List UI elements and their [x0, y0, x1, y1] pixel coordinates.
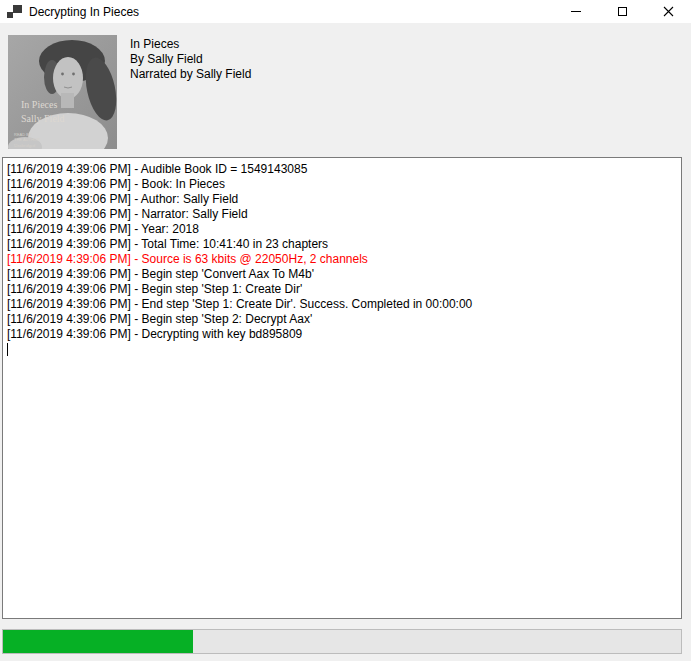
minimize-icon [571, 11, 581, 12]
cover-author-text: Sally Field [21, 113, 65, 124]
caret-line [7, 342, 678, 357]
app-icon [7, 4, 22, 19]
log-line: [11/6/2019 4:39:06 PM] - Decrypting with… [7, 327, 678, 342]
cover-edition-text: Unabridged [14, 143, 36, 148]
log-line: [11/6/2019 4:39:06 PM] - Total Time: 10:… [7, 237, 678, 252]
log-line: [11/6/2019 4:39:06 PM] - Source is 63 kb… [7, 252, 678, 267]
log-textbox[interactable]: [11/6/2019 4:39:06 PM] - Audible Book ID… [2, 157, 682, 619]
log-lines: [11/6/2019 4:39:06 PM] - Audible Book ID… [7, 162, 678, 342]
log-line: [11/6/2019 4:39:06 PM] - Audible Book ID… [7, 162, 678, 177]
progress-fill [3, 630, 193, 653]
close-button[interactable] [645, 0, 691, 23]
log-line: [11/6/2019 4:39:06 PM] - End step 'Step … [7, 297, 678, 312]
book-author: By Sally Field [130, 52, 251, 67]
maximize-button[interactable] [599, 0, 645, 23]
book-narrator: Narrated by Sally Field [130, 67, 251, 82]
caption-buttons [553, 0, 691, 23]
decrypt-progressbar [2, 629, 682, 654]
cover-title-text: In Pieces [21, 99, 57, 110]
app-icon-square-small [7, 12, 13, 18]
book-cover: In Pieces Sally Field READ BY THE AUTHOR… [8, 35, 117, 149]
app-icon-square-big [13, 5, 22, 13]
log-line: [11/6/2019 4:39:06 PM] - Begin step 'Con… [7, 267, 678, 282]
book-cover-art: In Pieces Sally Field READ BY THE AUTHOR… [8, 35, 117, 149]
book-info: In Pieces By Sally Field Narrated by Sal… [130, 37, 251, 82]
maximize-icon [618, 7, 627, 16]
text-caret [7, 343, 8, 356]
log-line: [11/6/2019 4:39:06 PM] - Year: 2018 [7, 222, 678, 237]
log-line: [11/6/2019 4:39:06 PM] - Narrator: Sally… [7, 207, 678, 222]
close-icon [663, 6, 674, 17]
titlebar: Decrypting In Pieces [0, 0, 691, 23]
app-window: Decrypting In Pieces [0, 0, 691, 661]
window-title: Decrypting In Pieces [29, 5, 553, 19]
log-line: [11/6/2019 4:39:06 PM] - Begin step 'Ste… [7, 312, 678, 327]
log-line: [11/6/2019 4:39:06 PM] - Begin step 'Ste… [7, 282, 678, 297]
log-line: [11/6/2019 4:39:06 PM] - Book: In Pieces [7, 177, 678, 192]
log-line: [11/6/2019 4:39:06 PM] - Author: Sally F… [7, 192, 678, 207]
minimize-button[interactable] [553, 0, 599, 23]
book-title: In Pieces [130, 37, 251, 52]
cover-readby-line2: THE AUTHOR [14, 137, 40, 142]
